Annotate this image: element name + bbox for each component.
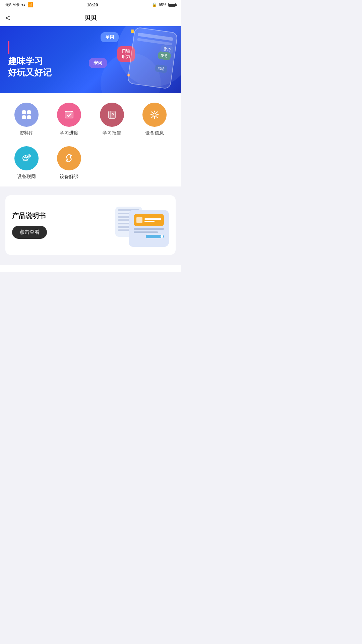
product-card-section: 产品说明书 点击查看	[0, 190, 181, 265]
menu-item-ziliao[interactable]: 资料库	[7, 103, 46, 136]
lianlian-label: 设备联网	[17, 174, 36, 180]
gear-icon	[149, 109, 160, 120]
product-card-right	[115, 203, 169, 247]
battery-indicator	[168, 3, 176, 7]
battery-fill	[169, 4, 175, 6]
grid-placeholder-1	[92, 146, 132, 180]
banner-text: 趣味学习 好玩又好记	[8, 41, 52, 78]
chip-word: 单词	[101, 32, 119, 42]
icon-grid-section: 资料库 学习进度	[0, 93, 181, 186]
baogao-icon-circle	[100, 103, 124, 127]
jieban-icon-circle	[57, 146, 81, 170]
jieban-label: 设备解绑	[60, 174, 78, 180]
product-card-title: 产品说明书	[12, 211, 115, 220]
jindu-label: 学习进度	[60, 130, 78, 136]
unlink-icon	[63, 153, 75, 164]
svg-rect-8	[110, 111, 111, 118]
lock-icon: 🔒	[152, 2, 157, 7]
menu-item-baogao[interactable]: 学习报告	[92, 103, 132, 136]
wifi-icon: ▾▴	[21, 3, 25, 7]
status-right: 🔒 95%	[152, 2, 176, 7]
banner-title2: 好玩又好记	[8, 67, 52, 78]
status-bar: 无SIM卡 ▾▴ 📶 18:20 🔒 95%	[0, 0, 181, 9]
chip-container: 单词 口语听力 宋词 唐诗 发音 成绩	[87, 26, 174, 93]
svg-point-10	[153, 113, 156, 116]
main-content: 趣味学习 好玩又好记 单词 口语听力 宋词 唐诗 发音 成绩	[0, 26, 181, 272]
network-icon	[21, 153, 32, 164]
lianlian-icon-circle	[14, 146, 39, 170]
menu-item-lianlian[interactable]: 设备联网	[7, 146, 46, 180]
battery-rect	[168, 3, 176, 7]
banner-title1: 趣味学习	[8, 56, 52, 67]
svg-rect-3	[27, 115, 31, 119]
grid-placeholder-2	[135, 146, 175, 180]
chip-fayin: 发音	[158, 51, 171, 60]
banner: 趣味学习 好玩又好记 单词 口语听力 宋词 唐诗 发音 成绩	[0, 26, 181, 93]
svg-rect-0	[22, 110, 26, 114]
icon-grid-row2: 设备联网 设备解绑	[7, 146, 174, 180]
battery-percent: 95%	[159, 3, 166, 7]
baogao-label: 学习报告	[103, 130, 121, 136]
menu-item-jindu[interactable]: 学习进度	[50, 103, 89, 136]
chip-poem: 宋词	[89, 58, 107, 68]
phone-illustration: 唐诗 发音 成绩	[127, 27, 178, 89]
page-title: 贝贝	[84, 14, 97, 22]
ziliao-label: 资料库	[19, 130, 34, 136]
banner-accent-line	[8, 41, 9, 54]
icon-grid-row1: 资料库 学习进度	[7, 103, 174, 136]
manual-orange-card	[134, 214, 164, 226]
book-icon	[107, 109, 117, 120]
menu-item-jieban[interactable]: 设备解绑	[50, 146, 89, 180]
manual-toggle-row	[134, 228, 164, 238]
svg-point-13	[28, 155, 30, 157]
grid-icon	[21, 109, 32, 120]
calendar-icon	[63, 109, 75, 120]
svg-rect-1	[27, 110, 31, 114]
svg-rect-5	[66, 111, 67, 112]
no-sim-text: 无SIM卡	[5, 2, 19, 7]
status-left: 无SIM卡 ▾▴ 📶	[5, 2, 33, 7]
banner-right: 单词 口语听力 宋词 唐诗 发音 成绩	[87, 26, 174, 93]
chip-chengjiu: 成绩	[155, 64, 168, 73]
status-time: 18:20	[87, 2, 98, 7]
product-card: 产品说明书 点击查看	[5, 195, 176, 255]
shebei-icon-circle	[142, 103, 167, 127]
product-card-left: 产品说明书 点击查看	[12, 211, 115, 239]
nav-bar: < 贝贝	[0, 9, 181, 26]
section-divider	[0, 186, 181, 190]
svg-rect-6	[71, 111, 72, 112]
ziliao-icon-circle	[14, 103, 39, 127]
menu-item-shebei[interactable]: 设备信息	[135, 103, 175, 136]
svg-rect-4	[65, 111, 73, 118]
jindu-icon-circle	[57, 103, 81, 127]
back-icon: <	[5, 13, 10, 22]
svg-rect-2	[22, 115, 26, 119]
shebei-label: 设备信息	[145, 130, 164, 136]
wifi-signal-icon: 📶	[27, 2, 33, 7]
back-button[interactable]: <	[5, 13, 10, 22]
manual-phone	[129, 210, 169, 247]
product-card-btn[interactable]: 点击查看	[12, 226, 47, 239]
